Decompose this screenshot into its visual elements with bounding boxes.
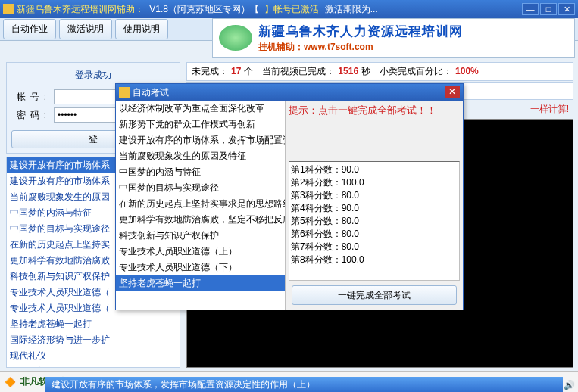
window-titlebar: 新疆乌鲁木齐远程培训网辅助： V1.8（阿克苏地区专网）【 】帐号已激活 激活期…	[0, 0, 578, 18]
incomplete-label: 未完成：	[192, 66, 228, 76]
maximize-button[interactable]: □	[540, 3, 557, 15]
banner: 新疆乌鲁木齐人力资源远程培训网 挂机辅助：www.t7soft.com	[212, 18, 575, 58]
exam-item[interactable]: 科技创新与知识产权保护	[116, 228, 285, 244]
exam-item[interactable]: 坚持老虎苍蝇一起打	[116, 275, 285, 291]
incomplete-value: 17	[231, 66, 241, 76]
app-icon	[3, 4, 14, 14]
dialog-titlebar: 自动考试 ✕	[116, 84, 463, 101]
incomplete-unit: 个	[244, 66, 253, 76]
course-item[interactable]: 国际经济形势与进一步扩	[7, 332, 180, 348]
exam-item[interactable]: 更加科学有效地防治腐败，坚定不移把反腐	[116, 212, 285, 228]
score-row: 第2科分数：100.0	[291, 176, 458, 189]
sound-icon[interactable]: 🔊	[564, 380, 575, 390]
video-unit: 秒	[361, 66, 370, 76]
account-label: 帐号:	[11, 91, 54, 104]
banner-subtitle: 挂机辅助：www.t7soft.com	[258, 40, 574, 54]
usage-info-button[interactable]: 使用说明	[115, 19, 168, 39]
video-label: 当前视频已完成：	[262, 66, 335, 76]
percent-label: 小类完成百分比：	[380, 66, 452, 76]
window-title: 新疆乌鲁木齐远程培训网辅助： V1.8（阿克苏地区专网）【 】帐号已激活 激活期…	[17, 3, 522, 16]
title-version: V1.8（阿克苏地区专网）【	[149, 4, 259, 14]
dialog-close-button[interactable]: ✕	[445, 86, 460, 98]
score-list[interactable]: 第1科分数：90.0第2科分数：100.0第3科分数：80.0第4科分数：90.…	[289, 161, 460, 281]
auto-exam-dialog: 自动考试 ✕ 以经济体制改革为重点全面深化改革新形势下党的群众工作模式再创新建设…	[115, 83, 464, 310]
footer-logo-icon: 🔶	[5, 377, 16, 387]
stats-bar: 未完成：17个 当前视频已完成：1516秒 小类完成百分比：100%	[186, 62, 573, 81]
status-text: 建设开放有序的市场体系，发挥市场配置资源决定性的作用（上）	[45, 377, 563, 392]
activate-info-button[interactable]: 激活说明	[59, 19, 112, 39]
score-row: 第8科分数：100.0	[291, 254, 458, 266]
score-row: 第6科分数：80.0	[291, 228, 458, 241]
dialog-hint: 提示：点击一键完成全部考试！！	[289, 104, 460, 158]
score-row: 第7科分数：80.0	[291, 241, 458, 254]
title-extra: 激活期限为...	[325, 4, 378, 14]
exam-item[interactable]: 建设开放有序的市场体系，发挥市场配置资	[116, 132, 285, 148]
banner-sub-url: www.t7soft.com	[304, 42, 373, 52]
course-item[interactable]: 人生与养生	[7, 364, 180, 368]
banner-sub-label: 挂机辅助：	[258, 42, 304, 52]
video-value: 1516	[338, 66, 358, 76]
exam-item[interactable]: 以经济体制改革为重点全面深化改革	[116, 101, 285, 117]
exam-item[interactable]: 专业技术人员职业道德（上）	[116, 244, 285, 260]
dialog-icon	[119, 87, 130, 98]
exam-item[interactable]: 在新的历史起点上坚持实事求是的思想路线	[116, 196, 285, 212]
minimize-button[interactable]: —	[522, 3, 539, 15]
dialog-title: 自动考试	[133, 86, 445, 99]
complete-all-button[interactable]: 一键完成全部考试	[292, 285, 457, 305]
exam-item[interactable]: 中国梦的目标与实现途径	[116, 180, 285, 196]
title-prefix: 新疆乌鲁木齐远程培训网辅助：	[17, 4, 144, 14]
score-row: 第1科分数：90.0	[291, 163, 458, 176]
exam-list[interactable]: 以经济体制改革为重点全面深化改革新形势下党的群众工作模式再创新建设开放有序的市场…	[116, 101, 286, 310]
score-row: 第3科分数：80.0	[291, 189, 458, 202]
score-row: 第5科分数：80.0	[291, 215, 458, 228]
password-label: 密码:	[11, 109, 54, 122]
score-row: 第4科分数：90.0	[291, 202, 458, 215]
close-button[interactable]: ✕	[558, 3, 575, 15]
course-item[interactable]: 现代礼仪	[7, 348, 180, 364]
exam-item[interactable]: 专业技术人员职业道德（下）	[116, 260, 285, 275]
course-item[interactable]: 坚持老虎苍蝇一起打	[7, 316, 180, 332]
banner-logo-icon	[219, 25, 252, 51]
exam-item[interactable]: 新形势下党的群众工作模式再创新	[116, 117, 285, 132]
exam-item[interactable]: 当前腐败现象发生的原因及特征	[116, 148, 285, 164]
title-status: 】帐号已激活	[264, 4, 319, 14]
auto-homework-button[interactable]: 自动作业	[3, 19, 56, 39]
exam-item[interactable]: 中国梦的内涵与特征	[116, 164, 285, 180]
banner-title: 新疆乌鲁木齐人力资源远程培训网	[258, 23, 574, 40]
percent-value: 100%	[455, 66, 479, 76]
